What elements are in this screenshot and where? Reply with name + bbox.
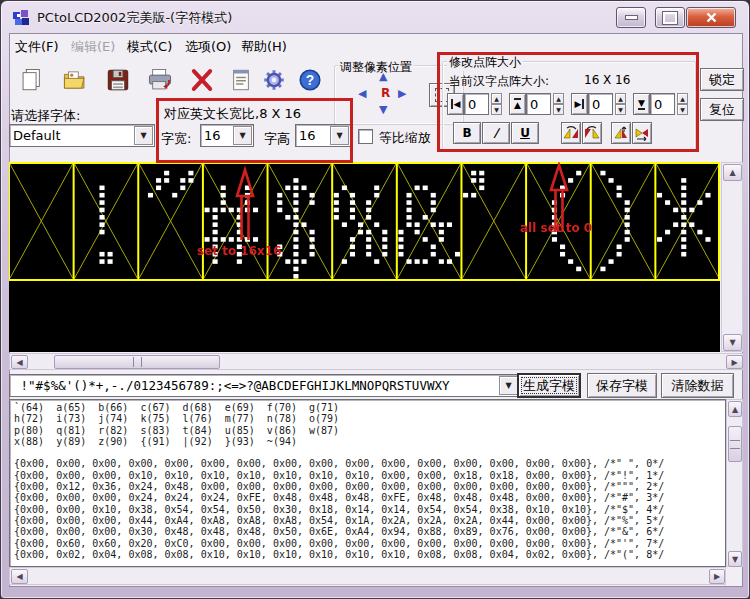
scroll-down-icon[interactable]: ▼	[723, 334, 742, 351]
scroll-right-icon[interactable]: ▶	[726, 355, 743, 369]
char-width-value: 16	[201, 128, 224, 143]
rotate-right-button[interactable]	[582, 122, 602, 144]
annotation-all-zero-label: all set to 0	[520, 221, 592, 235]
flip-vertical-button[interactable]	[611, 122, 631, 144]
pad-right-icon-button[interactable]: ▶	[571, 93, 588, 115]
lcd-preview-panel[interactable]	[9, 162, 720, 352]
pad-left-icon: ◀	[451, 99, 461, 109]
italic-button[interactable]: /	[482, 122, 510, 144]
move-left-button[interactable]: ◀	[358, 88, 366, 99]
pad-bottom-icon-button[interactable]: ▼	[633, 93, 650, 115]
move-up-button[interactable]: ▲	[379, 71, 387, 82]
save-button[interactable]	[99, 60, 137, 100]
app-icon	[12, 9, 30, 27]
font-combobox-value: Default	[10, 128, 64, 143]
bold-button[interactable]: B	[453, 122, 481, 144]
pad-bottom-field[interactable]: 0	[650, 93, 675, 115]
lcd-canvas[interactable]	[9, 162, 720, 352]
canvas-vscrollbar[interactable]: ▲ ▼	[721, 162, 743, 352]
pad-left-field[interactable]: 0	[464, 93, 489, 115]
chevron-down-icon[interactable]: ▼	[134, 126, 153, 145]
ratio-label: 对应英文长宽比,8 X 16	[164, 105, 301, 123]
pad-top-icon: ▲	[514, 98, 521, 110]
pad-top-spinner[interactable]: ▲▼	[553, 93, 564, 115]
pad-top-field[interactable]: 0	[526, 93, 551, 115]
printer-save-icon	[147, 64, 173, 96]
save-font-button[interactable]: 保存字模	[587, 373, 657, 398]
pad-top-icon-button[interactable]: ▲	[509, 93, 526, 115]
svg-text:?: ?	[306, 72, 314, 88]
save-as-button[interactable]	[141, 60, 179, 100]
new-file-icon	[19, 64, 45, 96]
move-right-button[interactable]: ▶	[398, 88, 406, 99]
scroll-up-icon[interactable]: ▲	[723, 164, 742, 181]
annotation-set-16-label: set to 16x16	[197, 244, 282, 258]
menu-help[interactable]: 帮助(H)	[241, 38, 287, 56]
new-file-button[interactable]	[13, 60, 51, 100]
thumb-grip	[730, 440, 740, 449]
chevron-down-icon[interactable]: ▼	[330, 126, 349, 145]
canvas-hscroll-thumb[interactable]	[54, 355, 220, 369]
settings-button[interactable]	[255, 60, 293, 100]
open-file-button[interactable]	[56, 60, 94, 100]
close-button[interactable]	[686, 7, 736, 28]
output-vscrollbar[interactable]: ▲ ▼	[726, 399, 743, 567]
pad-right-field[interactable]: 0	[588, 93, 613, 115]
gear-icon	[261, 64, 287, 96]
pad-right-spinner[interactable]: ▲▼	[615, 93, 626, 115]
charset-combobox-value: !"#$%&'()*+,-./0123456789:;<=>?@ABCDEFGH…	[10, 378, 453, 393]
help-button[interactable]: ?	[291, 60, 329, 100]
proportional-scale-checkbox[interactable]	[358, 129, 373, 144]
pad-left-value: 0	[465, 97, 479, 112]
font-combobox[interactable]: Default ▼	[9, 124, 155, 147]
char-height-combobox[interactable]: 16 ▼	[295, 124, 351, 147]
rotate-left-button[interactable]	[561, 122, 581, 144]
current-matrix-value: 16 X 16	[584, 73, 630, 87]
close-icon	[706, 12, 717, 23]
pad-bottom-spinner[interactable]: ▲▼	[677, 93, 688, 115]
output-text: `(64) a(65) b(66) c(67) d(68) e(69) f(70…	[14, 402, 725, 560]
lock-button[interactable]: 锁定	[700, 68, 744, 91]
generate-font-button[interactable]: 生成字模	[517, 373, 581, 398]
chevron-down-icon[interactable]: ▼	[499, 376, 518, 395]
scroll-right-icon[interactable]: ▶	[709, 569, 725, 584]
menu-mode[interactable]: 模式(C)	[127, 38, 172, 56]
chevron-down-icon[interactable]: ▼	[233, 126, 252, 145]
menu-edit[interactable]: 编辑(E)	[71, 38, 115, 56]
reset-button[interactable]: 复位	[700, 98, 744, 121]
menu-options[interactable]: 选项(O)	[185, 38, 231, 56]
pad-bottom-icon: ▼	[638, 98, 645, 110]
flip-horizontal-button[interactable]	[632, 122, 652, 144]
scroll-left-icon[interactable]: ◀	[11, 569, 28, 584]
maximize-icon	[663, 12, 677, 24]
char-width-combobox[interactable]: 16 ▼	[200, 124, 254, 147]
charset-combobox[interactable]: !"#$%&'()*+,-./0123456789:;<=>?@ABCDEFGH…	[9, 374, 520, 397]
current-matrix-label: 当前汉字点阵大小:	[449, 73, 549, 90]
thumb-grip	[133, 357, 142, 367]
output-hscrollbar[interactable]: ◀ ▶	[9, 567, 726, 585]
open-folder-icon	[62, 64, 88, 96]
pad-left-spinner[interactable]: ▲▼	[491, 93, 502, 115]
output-vscroll-thumb[interactable]	[728, 426, 742, 462]
delete-x-icon	[189, 64, 215, 96]
help-icon: ?	[297, 64, 323, 96]
flip-vertical-icon	[613, 125, 629, 141]
pad-right-icon: ▶	[575, 99, 585, 109]
scroll-up-icon[interactable]: ▲	[728, 401, 742, 417]
maximize-button[interactable]	[655, 7, 685, 28]
minimize-button[interactable]	[616, 7, 646, 28]
title-bar[interactable]: PCtoLCD2002完美版-(字符模式)	[1, 1, 749, 33]
rotate-left-icon	[563, 125, 579, 141]
clear-data-button[interactable]: 清除数据	[661, 373, 734, 398]
output-textarea[interactable]: `(64) a(65) b(66) c(67) d(68) e(69) f(70…	[9, 399, 726, 567]
move-down-button[interactable]: ▼	[379, 104, 387, 115]
menu-file[interactable]: 文件(F)	[15, 38, 59, 56]
pad-left-icon-button[interactable]: ◀	[447, 93, 464, 115]
underline-button[interactable]: U	[511, 122, 539, 144]
scroll-down-icon[interactable]: ▼	[728, 551, 742, 567]
pad-top-value: 0	[527, 97, 541, 112]
canvas-hscrollbar[interactable]: ◀ ▶	[9, 353, 743, 370]
scroll-left-icon[interactable]: ◀	[11, 355, 28, 369]
delete-button[interactable]	[183, 60, 221, 100]
pad-bottom-value: 0	[651, 97, 665, 112]
